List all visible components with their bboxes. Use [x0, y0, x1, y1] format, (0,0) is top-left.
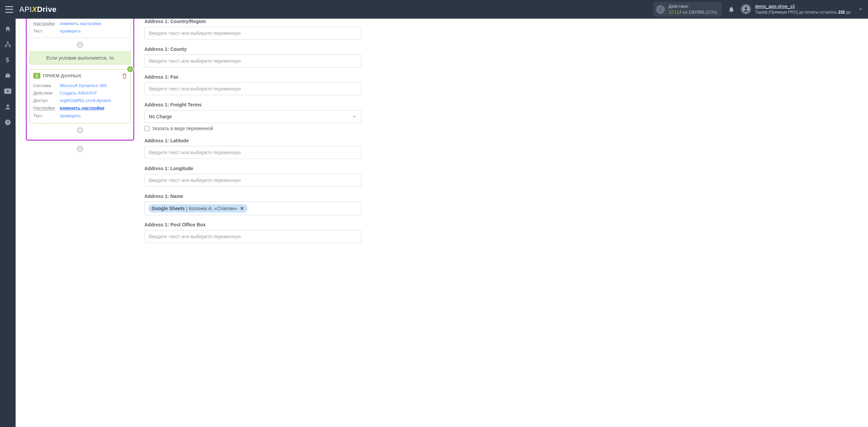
system-link[interactable]: Microsoft Dynamics 365 [60, 82, 107, 89]
tariff-suffix: | до оплаты осталось [797, 10, 837, 15]
bell-icon[interactable] [728, 6, 735, 13]
briefcase-icon[interactable] [4, 72, 12, 80]
actions-iz: из [683, 9, 687, 15]
field-input-fax[interactable] [144, 82, 361, 95]
field-input-name[interactable]: Google Sheets | Колонка A: «Степан» ✕ [144, 202, 361, 215]
svg-rect-2 [7, 42, 9, 43]
field-label-name: Address 1: Name [144, 194, 361, 199]
chevron-down-icon [858, 7, 863, 12]
test-link[interactable]: проверить [60, 112, 81, 120]
field-input-county[interactable] [144, 55, 361, 67]
user-name-link[interactable]: demo_apix-drive_s3 [755, 4, 795, 9]
user-menu[interactable]: demo_apix-drive_s3 Тариф |Премиум PRO| д… [741, 3, 863, 15]
dollar-icon[interactable]: $ [4, 56, 12, 64]
logo-x-icon: X [32, 5, 37, 14]
field-input-pobox[interactable] [144, 230, 361, 243]
tag-col: Колонка A: [189, 206, 213, 211]
tag-source: Google Sheets [152, 206, 185, 211]
field-label-freight: Address 1: Freight Terms [144, 102, 361, 107]
tariff-name: Премиум PRO [770, 10, 797, 15]
tariff-prefix: Тариф | [755, 10, 770, 15]
logo-drive: Drive [37, 5, 57, 14]
home-icon[interactable] [4, 25, 12, 33]
source-settings-link[interactable]: изменить настройки [60, 20, 101, 27]
actions-used: 22'114 [668, 9, 682, 15]
tag-sep: | [186, 206, 188, 211]
field-input-longitude[interactable] [144, 174, 361, 187]
actions-counter[interactable]: i Действия: 22'114 из 100'000 (22%) [653, 2, 722, 17]
avatar-icon [741, 4, 751, 14]
youtube-icon[interactable] [4, 87, 12, 95]
svg-point-7 [7, 104, 9, 107]
svg-point-1 [745, 7, 747, 9]
variable-checkbox-label: Указать в виде переменной [152, 126, 213, 131]
action-link[interactable]: Создать АККАУНТ [60, 89, 97, 97]
settings-label: Настройки [33, 104, 60, 112]
tariff-unit: дн [846, 10, 851, 15]
check-icon: ✓ [126, 65, 134, 73]
user-icon[interactable] [4, 103, 12, 111]
step-number-badge: 1 [33, 73, 40, 79]
access-link[interactable]: org652a6f91.crm4.dynami [60, 97, 111, 104]
actions-pct: (22%) [705, 9, 717, 15]
tag-remove-icon[interactable]: ✕ [240, 206, 244, 211]
add-step-button-2[interactable]: + [77, 127, 83, 134]
logo[interactable]: APIXDrive [19, 5, 57, 14]
actions-label: Действия: [668, 4, 717, 9]
card-title: ПРИЕМ ДАННЫХ [43, 73, 81, 78]
source-test-link[interactable]: проверить [60, 27, 81, 35]
actions-total: 100'000 [689, 9, 704, 15]
source-test-label: Тест [33, 27, 60, 35]
action-label: Действие [33, 89, 60, 97]
variable-tag[interactable]: Google Sheets | Колонка A: «Степан» ✕ [148, 204, 248, 212]
settings-link[interactable]: изменить настройки [60, 104, 104, 112]
field-select-freight[interactable] [144, 110, 361, 123]
field-label-fax: Address 1: Fax [144, 74, 361, 80]
workflow-source-block: Настройкиизменить настройки Тестпроверит… [26, 19, 134, 141]
access-label: Доступ [33, 97, 60, 104]
variable-checkbox[interactable] [144, 126, 150, 131]
source-settings-label: Настройки [33, 20, 60, 27]
field-label-latitude: Address 1: Latitude [144, 138, 361, 143]
field-label-county: Address 1: County [144, 46, 361, 52]
svg-text:$: $ [6, 57, 9, 63]
help-icon[interactable]: ? [4, 118, 12, 126]
svg-text:?: ? [7, 120, 9, 124]
add-block-button[interactable]: + [77, 145, 83, 152]
field-label-pobox: Address 1: Post Office Box [144, 222, 361, 227]
field-input-country[interactable] [144, 27, 361, 40]
destination-card[interactable]: ✓ 1 ПРИЕМ ДАННЫХ СистемаMicrosoft Dynami… [29, 69, 131, 123]
condition-banner: Если условие выполняется, то [29, 52, 131, 64]
field-label-longitude: Address 1: Longitude [144, 166, 361, 171]
svg-rect-3 [5, 45, 7, 47]
system-label: Система [33, 82, 60, 89]
field-label-country: Address 1: Country/Region [144, 19, 361, 24]
sitemap-icon[interactable] [4, 40, 12, 48]
test-label: Тест [33, 112, 60, 120]
logo-api: API [19, 5, 32, 14]
svg-rect-4 [9, 45, 11, 47]
tariff-days: 232 [838, 10, 845, 15]
tag-val: «Степан» [214, 206, 237, 211]
variable-checkbox-row[interactable]: Указать в виде переменной [144, 126, 361, 131]
add-step-button[interactable]: + [77, 41, 83, 48]
trash-icon[interactable] [122, 73, 127, 79]
info-icon: i [656, 5, 665, 14]
menu-toggle[interactable] [5, 6, 13, 13]
field-input-latitude[interactable] [144, 146, 361, 159]
